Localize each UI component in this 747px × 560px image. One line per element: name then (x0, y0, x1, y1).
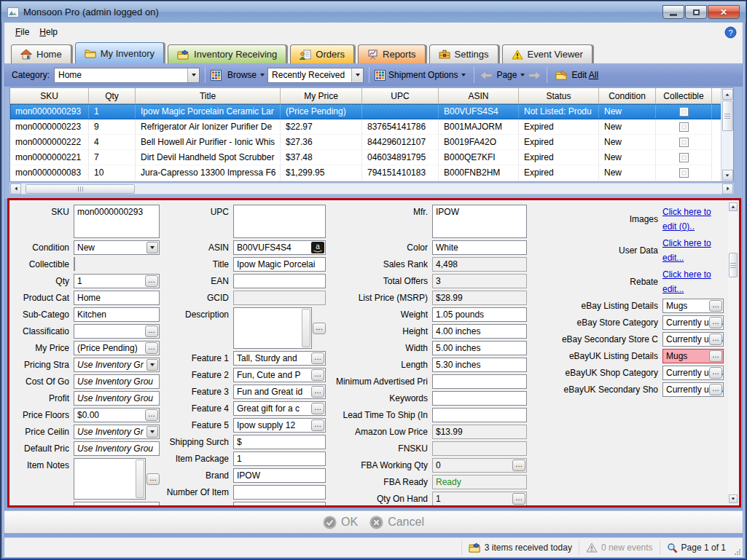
price-floors-input[interactable]: $0.00… (74, 408, 160, 422)
ean-input[interactable] (233, 274, 326, 288)
menu-item-file[interactable]: File (10, 25, 34, 39)
minimize-button[interactable] (662, 5, 684, 19)
item-notes-input[interactable] (74, 458, 146, 500)
user-data-link[interactable]: Click here to edit... (662, 236, 724, 265)
grid-icon[interactable] (375, 70, 386, 81)
tab-reports[interactable]: Reports (358, 44, 426, 63)
ebay-listing-details-input[interactable]: Mugs… (662, 299, 724, 313)
feature-2-ellipsis-button[interactable]: … (311, 369, 324, 381)
collectible-checkbox[interactable] (74, 257, 75, 271)
ebay-store-category-ellipsis-button[interactable]: … (709, 317, 722, 328)
column-header-title[interactable]: Title (136, 88, 281, 104)
ebayuk-shop-category-ellipsis-button[interactable]: … (709, 367, 722, 379)
images-link[interactable]: Click here to edit (0).. (662, 205, 724, 234)
ebay-secondary-store-c-ellipsis-button[interactable]: … (709, 334, 722, 345)
gcid-input[interactable] (233, 291, 326, 305)
tab-inventory-receiving[interactable]: Inventory Receiving (168, 44, 286, 63)
product-cat-input[interactable]: Home (74, 291, 160, 305)
mfr-input[interactable]: IPOW (432, 205, 527, 238)
my-price-input[interactable]: (Price Pending)… (74, 341, 160, 355)
page-back-icon[interactable] (480, 70, 493, 81)
table-row[interactable]: mon00000002931Ipow Magic Porcelain Ceram… (10, 104, 733, 119)
height-input[interactable]: 4.00 inches (432, 324, 527, 339)
qty-on-hand-input[interactable]: 1… (432, 492, 527, 506)
feature-5-input[interactable]: Ipow supply 12… (233, 418, 326, 433)
pricing-stra-input[interactable]: Use Inventory Gr (74, 358, 160, 372)
scroll-right-button[interactable] (722, 184, 733, 194)
feature-4-ellipsis-button[interactable]: … (311, 403, 324, 414)
feature-3-input[interactable]: Fun and Great id… (233, 384, 326, 399)
scroll-thumb[interactable] (729, 253, 738, 277)
shipment-options-button[interactable]: Shipment Options (386, 68, 469, 82)
table-row[interactable]: mon00000002239Refrigerator Air Ionizer P… (10, 119, 733, 135)
grid-horizontal-scrollbar[interactable] (9, 183, 734, 194)
profit-input[interactable]: Use Inventory Grou (74, 391, 160, 406)
price-ceilin-input[interactable]: Use Inventory Gr (74, 425, 160, 439)
ebayuk-shop-category-input[interactable]: Currently unassi… (662, 366, 724, 380)
column-header-asin[interactable]: ASIN (439, 88, 519, 104)
length-input[interactable]: 5.30 inches (432, 358, 527, 372)
grid-icon[interactable] (211, 70, 222, 81)
brand-input[interactable]: IPOW (233, 468, 326, 483)
price-floors-ellipsis-button[interactable]: … (145, 409, 158, 421)
resize-grip[interactable] (734, 548, 741, 556)
ebay-listing-details-ellipsis-button[interactable]: … (709, 300, 722, 312)
qty-on-hand-ellipsis-button[interactable]: … (512, 493, 525, 505)
asin-input[interactable]: B00VUFS4S4a (233, 240, 326, 255)
column-header-my-price[interactable]: My Price (281, 88, 362, 104)
title-bar[interactable]: Monsoon Pro (admin logged on) ✕ (1, 1, 746, 23)
column-header-condition[interactable]: Condition (599, 88, 656, 104)
column-header-sku[interactable]: SKU (10, 88, 89, 104)
ok-button[interactable]: OK (323, 516, 358, 529)
price-ceilin-dropdown-button[interactable] (146, 426, 158, 438)
tab-home[interactable]: Home (11, 44, 71, 63)
fba-working-qty-ellipsis-button[interactable]: … (512, 460, 525, 471)
width-input[interactable]: 5.00 inches (432, 341, 527, 355)
scroll-up-button[interactable] (722, 89, 733, 100)
qty-ellipsis-button[interactable]: … (145, 275, 158, 287)
column-header-status[interactable]: Status (519, 88, 599, 104)
sub-catego-input[interactable]: Kitchen (74, 307, 160, 322)
close-button[interactable]: ✕ (708, 5, 740, 19)
feature-4-input[interactable]: Great gift for a c… (233, 401, 326, 416)
scroll-thumb[interactable] (722, 100, 733, 131)
pricing-stra-dropdown-button[interactable] (146, 359, 158, 371)
amazon-low-price-input[interactable]: $13.99 (432, 425, 527, 439)
feature-1-input[interactable]: Tall, Sturdy and… (233, 351, 326, 366)
number-of-item-input[interactable] (233, 485, 326, 500)
collectible-checkbox[interactable] (679, 168, 689, 178)
ebayuk-listing-details-ellipsis-button[interactable]: … (709, 350, 722, 362)
ebay-store-category-input[interactable]: Currently unassi… (662, 315, 724, 330)
collectible-checkbox[interactable] (679, 122, 689, 132)
cost-of-go-input[interactable]: Use Inventory Grou (74, 374, 160, 389)
ebayuk-secondary-sho-ellipsis-button[interactable]: … (709, 384, 722, 395)
classificatio-ellipsis-button[interactable]: … (145, 326, 158, 337)
qty-input[interactable]: 1… (74, 274, 160, 288)
description-scrollbar[interactable] (302, 309, 310, 347)
table-row[interactable]: mon00000002224Bell Howell Air Purifier -… (10, 135, 733, 150)
classificatio-input[interactable]: … (74, 324, 160, 339)
restore-button[interactable] (685, 5, 707, 19)
sales-rank-input[interactable]: 4,498 (432, 257, 527, 272)
condition-input[interactable]: New (74, 240, 160, 255)
view-combobox[interactable]: Recently Received (267, 68, 364, 83)
my-price-ellipsis-button[interactable]: … (145, 342, 158, 354)
collectible-checkbox[interactable] (679, 107, 689, 117)
description-ellipsis-button[interactable]: … (313, 323, 326, 334)
keywords-input[interactable] (432, 391, 527, 406)
table-row[interactable]: mon00000002217Dirt Devil Handheld Spot S… (10, 150, 733, 165)
cancel-button[interactable]: Cancel (369, 516, 424, 529)
form-vertical-scrollbar[interactable] (728, 202, 738, 504)
upc-input[interactable] (233, 205, 326, 238)
scroll-left-button[interactable] (10, 184, 21, 194)
weight-input[interactable]: 1.05 pounds (432, 307, 527, 322)
scroll-thumb[interactable] (26, 184, 135, 194)
rebate-link[interactable]: Click here to edit... (662, 267, 724, 296)
column-header-collectible[interactable]: Collectible (656, 88, 712, 104)
page-forward-icon[interactable] (528, 70, 541, 81)
lead-time-to-ship-in-input[interactable] (432, 408, 527, 422)
help-icon[interactable]: ? (724, 26, 737, 39)
total-offers-input[interactable]: 3 (432, 274, 527, 288)
category-dropdown-button[interactable] (187, 68, 199, 82)
item-notes-scrollbar[interactable] (136, 460, 144, 498)
